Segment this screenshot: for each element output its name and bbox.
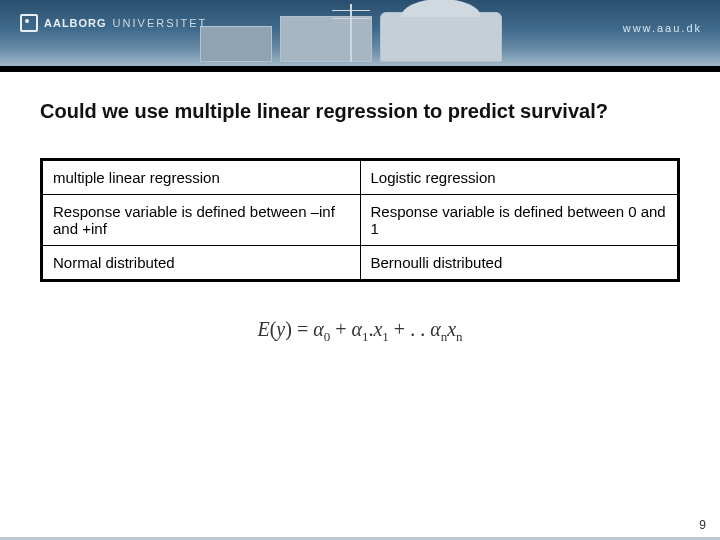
cell-right: Response variable is defined between 0 a…: [360, 195, 679, 246]
cell-left: Normal distributed: [42, 246, 361, 281]
table-row: Normal distributed Bernoulli distributed: [42, 246, 679, 281]
regression-formula: E(y) = α0 + α1.x1 + . . αnxn: [0, 318, 720, 345]
logo-text-bold: AALBORG: [44, 17, 107, 29]
logo-text-light: UNIVERSITET: [113, 17, 208, 29]
cell-left: Response variable is defined between –in…: [42, 195, 361, 246]
cell-left: multiple linear regression: [42, 160, 361, 195]
slide-title: Could we use multiple linear regression …: [40, 100, 608, 123]
slide: AALBORG UNIVERSITET www.aau.dk Could we …: [0, 0, 720, 540]
header-url: www.aau.dk: [623, 22, 702, 34]
table-row: multiple linear regression Logistic regr…: [42, 160, 679, 195]
header-banner: AALBORG UNIVERSITET www.aau.dk: [0, 0, 720, 72]
university-logo: AALBORG UNIVERSITET: [20, 14, 207, 32]
comparison-table: multiple linear regression Logistic regr…: [40, 158, 680, 282]
cell-right: Logistic regression: [360, 160, 679, 195]
banner-illustration: [200, 8, 520, 62]
cell-right: Bernoulli distributed: [360, 246, 679, 281]
page-number: 9: [699, 518, 706, 532]
table-row: Response variable is defined between –in…: [42, 195, 679, 246]
logo-mark-icon: [20, 14, 38, 32]
